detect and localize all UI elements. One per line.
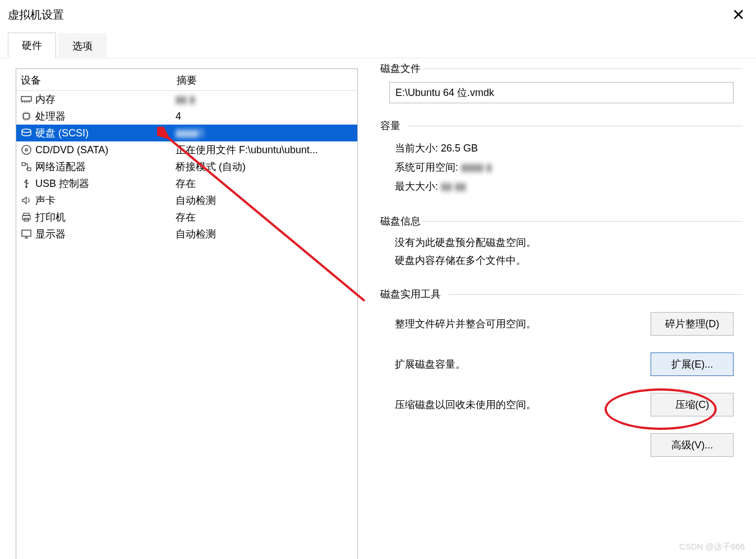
device-summary: ▮▮▮▮3 [176, 127, 354, 139]
device-label: 硬盘 (SCSI) [35, 126, 89, 140]
defrag-button[interactable]: 碎片整理(D) [651, 312, 734, 336]
device-row-display[interactable]: 显示器 自动检测 [16, 226, 357, 242]
svg-rect-22 [22, 216, 30, 219]
device-label: 打印机 [35, 210, 66, 224]
device-summary: 自动检测 [176, 227, 354, 241]
device-row-network[interactable]: 网络适配器 桥接模式 (自动) [16, 158, 357, 175]
expand-button[interactable]: 扩展(E)... [651, 352, 734, 376]
compact-desc: 压缩磁盘以回收未使用的空间。 [395, 398, 536, 411]
display-icon [20, 228, 33, 240]
diskinfo-line1: 没有为此硬盘预分配磁盘空间。 [395, 236, 734, 249]
device-row-disk[interactable]: 硬盘 (SCSI) ▮▮▮▮3 [16, 125, 357, 141]
current-size-label: 当前大小: [395, 143, 438, 154]
group-label: 磁盘文件 [380, 62, 424, 75]
defrag-desc: 整理文件碎片并整合可用空间。 [395, 317, 536, 331]
advanced-button[interactable]: 高级(V)... [651, 433, 734, 457]
device-label: 处理器 [35, 109, 66, 123]
window-title: 虚拟机设置 [8, 7, 64, 22]
header-device: 设备 [21, 74, 177, 87]
svg-point-19 [25, 186, 27, 188]
svg-rect-24 [22, 230, 31, 236]
group-capacity: 容量 当前大小: 26.5 GB 系统可用空间: ▮▮▮▮ ▮ 最大大小: ▮▮… [380, 126, 743, 208]
device-row-cpu[interactable]: 处理器 4 [16, 108, 357, 125]
device-label: 显示器 [35, 227, 66, 241]
usb-icon [20, 178, 33, 189]
disk-icon [20, 129, 33, 138]
group-label: 磁盘信息 [380, 214, 424, 228]
svg-rect-17 [22, 163, 25, 166]
current-size-value: 26.5 GB [441, 143, 478, 154]
device-label: 声卡 [35, 194, 56, 207]
svg-point-14 [22, 129, 31, 132]
svg-rect-18 [27, 168, 31, 171]
device-row-memory[interactable]: 内存 ▮▮ ▮ [16, 91, 357, 108]
device-label: CD/DVD (SATA) [35, 144, 108, 156]
device-list: 设备 摘要 内存 ▮▮ ▮ 处理器 4 [16, 68, 358, 559]
device-row-cddvd[interactable]: CD/DVD (SATA) 正在使用文件 F:\ubuntu\ubunt... [16, 141, 357, 158]
svg-point-16 [25, 149, 27, 151]
compact-button[interactable]: 压缩(C) [651, 393, 734, 416]
tab-hardware[interactable]: 硬件 [8, 33, 56, 58]
cd-icon [20, 144, 33, 155]
group-tools: 磁盘实用工具 整理文件碎片并整合可用空间。 碎片整理(D) 扩展磁盘容量。 扩展… [380, 294, 743, 466]
device-summary: 自动检测 [176, 194, 354, 207]
group-diskfile: 磁盘文件 E:\Ubuntu 64 位.vmdk [380, 68, 743, 112]
close-button[interactable]: ✕ [729, 6, 748, 24]
header-summary: 摘要 [177, 74, 353, 87]
svg-rect-0 [21, 97, 31, 101]
group-label: 容量 [380, 119, 404, 132]
group-diskinfo: 磁盘信息 没有为此硬盘预分配磁盘空间。 硬盘内容存储在多个文件中。 [380, 221, 743, 281]
printer-icon [20, 212, 33, 223]
network-icon [20, 161, 33, 172]
device-row-sound[interactable]: 声卡 自动检测 [16, 192, 357, 209]
max-size-label: 最大大小: [395, 181, 438, 192]
device-label: 内存 [35, 93, 56, 106]
device-row-printer[interactable]: 打印机 存在 [16, 209, 357, 226]
device-summary: 存在 [176, 210, 354, 224]
free-space-value: ▮▮▮▮ ▮ [461, 162, 492, 173]
device-row-usb[interactable]: USB 控制器 存在 [16, 175, 357, 192]
diskinfo-line2: 硬盘内容存储在多个文件中。 [395, 254, 734, 267]
watermark: CSDN @达子666 [679, 542, 745, 552]
free-space-label: 系统可用空间: [395, 162, 458, 173]
max-size-value: ▮▮ ▮▮ [441, 181, 466, 192]
device-summary: 桥接模式 (自动) [176, 160, 354, 173]
memory-icon [20, 95, 33, 104]
device-label: 网络适配器 [35, 160, 86, 173]
device-summary: 正在使用文件 F:\ubuntu\ubunt... [176, 143, 354, 157]
device-summary: ▮▮ ▮ [176, 93, 354, 106]
group-label: 磁盘实用工具 [380, 287, 444, 301]
device-label: USB 控制器 [35, 177, 89, 190]
svg-point-15 [22, 145, 31, 154]
expand-desc: 扩展磁盘容量。 [395, 358, 465, 371]
tab-options[interactable]: 选项 [58, 33, 107, 58]
cpu-icon [20, 111, 33, 122]
diskfile-path-input[interactable]: E:\Ubuntu 64 位.vmdk [389, 82, 734, 103]
device-summary: 存在 [176, 177, 354, 190]
device-summary: 4 [176, 111, 354, 122]
sound-icon [20, 195, 33, 206]
svg-rect-5 [24, 113, 29, 119]
tab-bar: 硬件 选项 [0, 32, 756, 58]
